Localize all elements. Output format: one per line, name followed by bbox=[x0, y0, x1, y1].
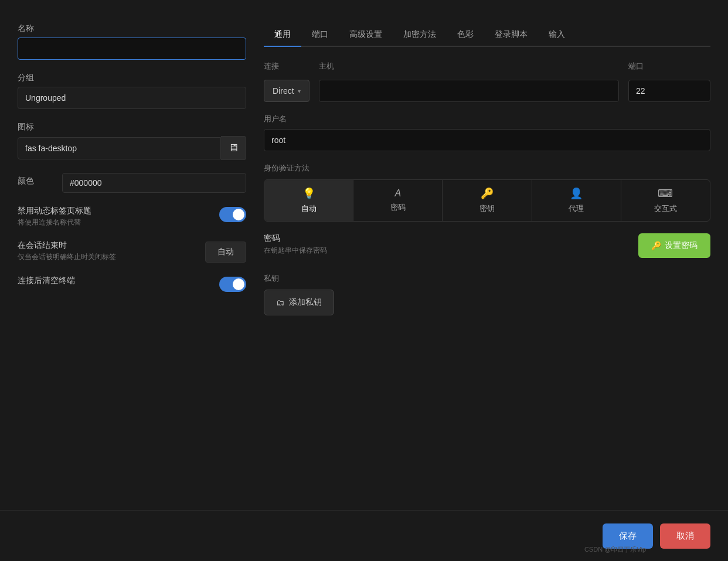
auth-tab-interactive[interactable]: ⌨ 交互式 bbox=[621, 180, 710, 221]
session-end-subtitle: 仅当会话被明确终止时关闭标签 bbox=[18, 252, 199, 262]
direct-label: Direct bbox=[273, 86, 294, 96]
username-section: 用户名 bbox=[264, 114, 710, 151]
disable-tab-title-row: 禁用动态标签页标题 将使用连接名称代替 bbox=[18, 206, 246, 227]
name-label: 名称 bbox=[18, 23, 246, 34]
username-input[interactable] bbox=[264, 129, 710, 151]
host-col: 主机 bbox=[319, 61, 619, 102]
host-label: 主机 bbox=[319, 61, 619, 72]
port-col: 端口 bbox=[628, 61, 710, 102]
clear-terminal-toggle[interactable] bbox=[219, 277, 246, 292]
username-label: 用户名 bbox=[264, 114, 710, 124]
password-auth-icon: A bbox=[394, 188, 401, 199]
direct-dropdown[interactable]: Direct ▾ bbox=[264, 80, 309, 102]
set-password-button[interactable]: 🔑 设置密码 bbox=[638, 233, 710, 258]
group-input[interactable] bbox=[18, 87, 246, 109]
disable-tab-title-group: 禁用动态标签页标题 将使用连接名称代替 bbox=[18, 206, 246, 227]
auto-icon: 💡 bbox=[302, 187, 315, 200]
password-title: 密码 bbox=[264, 233, 629, 244]
auth-tab-auto-label: 自动 bbox=[301, 203, 317, 214]
watermark: CSDN @印四丁乐Vip bbox=[584, 545, 646, 554]
icon-input[interactable] bbox=[18, 137, 221, 159]
auth-tab-password-label: 密码 bbox=[390, 202, 406, 213]
password-row: 密码 在钥匙串中保存密码 🔑 设置密码 bbox=[264, 233, 710, 258]
password-section: 密码 在钥匙串中保存密码 🔑 设置密码 bbox=[264, 233, 710, 258]
clear-terminal-row: 连接后清空终端 bbox=[18, 276, 246, 292]
auth-tab-key[interactable]: 🔑 密钥 bbox=[443, 180, 532, 221]
clear-terminal-label: 连接后清空终端 bbox=[18, 276, 213, 286]
folder-icon: 🗂 bbox=[276, 298, 284, 307]
key-auth-icon: 🔑 bbox=[481, 187, 494, 200]
session-end-group: 在会话结束时 仅当会话被明确终止时关闭标签 自动 bbox=[18, 240, 246, 263]
private-key-section: 私钥 🗂 添加私钥 bbox=[264, 273, 710, 315]
connection-type-col: 连接 Direct ▾ bbox=[264, 61, 309, 102]
password-subtitle: 在钥匙串中保存密码 bbox=[264, 246, 629, 256]
session-end-text: 在会话结束时 仅当会话被明确终止时关闭标签 bbox=[18, 240, 199, 262]
tab-login-script[interactable]: 登录脚本 bbox=[484, 23, 538, 46]
disable-tab-title-subtitle: 将使用连接名称代替 bbox=[18, 217, 213, 227]
private-key-label: 私钥 bbox=[264, 273, 710, 284]
left-panel: 名称 分组 图标 🖥 颜色 禁用动态标 bbox=[18, 23, 246, 498]
auth-tab-key-label: 密钥 bbox=[479, 203, 495, 214]
icon-picker-button[interactable]: 🖥 bbox=[221, 136, 246, 160]
disable-tab-title-text: 禁用动态标签页标题 将使用连接名称代替 bbox=[18, 206, 213, 227]
tab-advanced[interactable]: 高级设置 bbox=[339, 23, 393, 46]
auth-method-section: 身份验证方法 💡 自动 A 密码 🔑 密钥 👤 代理 bbox=[264, 163, 710, 233]
port-input[interactable] bbox=[628, 80, 710, 102]
tab-bar: 通用 端口 高级设置 加密方法 色彩 登录脚本 输入 bbox=[264, 23, 710, 47]
clear-terminal-text: 连接后清空终端 bbox=[18, 276, 213, 286]
agent-auth-icon: 👤 bbox=[570, 187, 583, 200]
name-field-group: 名称 bbox=[18, 23, 246, 60]
tab-encryption[interactable]: 加密方法 bbox=[393, 23, 447, 46]
group-label: 分组 bbox=[18, 73, 246, 83]
auth-tab-auto[interactable]: 💡 自动 bbox=[264, 180, 353, 221]
key-icon: 🔑 bbox=[651, 241, 661, 250]
icon-field-group: 图标 🖥 bbox=[18, 122, 246, 160]
tab-port[interactable]: 端口 bbox=[301, 23, 339, 46]
color-field-group: 颜色 bbox=[18, 173, 246, 193]
tab-color[interactable]: 色彩 bbox=[447, 23, 484, 46]
password-text: 密码 在钥匙串中保存密码 bbox=[264, 233, 629, 256]
auth-tab-interactive-label: 交互式 bbox=[654, 203, 677, 214]
icon-input-row: 🖥 bbox=[18, 136, 246, 160]
group-field-group: 分组 bbox=[18, 73, 246, 109]
auth-tab-agent[interactable]: 👤 代理 bbox=[532, 180, 621, 221]
auth-label: 身份验证方法 bbox=[264, 163, 710, 174]
auth-tab-bar: 💡 自动 A 密码 🔑 密钥 👤 代理 ⌨ 交互式 bbox=[264, 179, 710, 222]
host-input[interactable] bbox=[319, 80, 619, 102]
desktop-icon: 🖥 bbox=[228, 142, 239, 154]
auth-tab-password[interactable]: A 密码 bbox=[353, 180, 443, 221]
port-label: 端口 bbox=[628, 61, 710, 72]
disable-tab-title-toggle[interactable] bbox=[219, 207, 246, 222]
chevron-down-icon: ▾ bbox=[298, 88, 301, 94]
connection-section: 连接 Direct ▾ 主机 端口 bbox=[264, 61, 710, 102]
name-input[interactable] bbox=[18, 38, 246, 60]
clear-terminal-group: 连接后清空终端 bbox=[18, 276, 246, 292]
session-end-button[interactable]: 自动 bbox=[205, 242, 246, 263]
session-end-label: 在会话结束时 bbox=[18, 240, 199, 251]
add-private-key-button[interactable]: 🗂 添加私钥 bbox=[264, 290, 334, 315]
add-key-label: 添加私钥 bbox=[289, 297, 322, 308]
tab-general[interactable]: 通用 bbox=[264, 23, 301, 46]
tab-input[interactable]: 输入 bbox=[538, 23, 576, 46]
cancel-button[interactable]: 取消 bbox=[660, 523, 710, 549]
color-label: 颜色 bbox=[18, 176, 53, 186]
disable-tab-title-label: 禁用动态标签页标题 bbox=[18, 206, 213, 216]
right-panel: 通用 端口 高级设置 加密方法 色彩 登录脚本 输入 连接 Direct ▾ 主… bbox=[264, 23, 710, 498]
interactive-auth-icon: ⌨ bbox=[658, 187, 673, 200]
color-input[interactable] bbox=[62, 173, 246, 193]
icon-label: 图标 bbox=[18, 122, 246, 132]
connection-label: 连接 bbox=[264, 61, 309, 72]
auth-tab-agent-label: 代理 bbox=[569, 203, 584, 214]
set-password-label: 设置密码 bbox=[665, 240, 698, 251]
